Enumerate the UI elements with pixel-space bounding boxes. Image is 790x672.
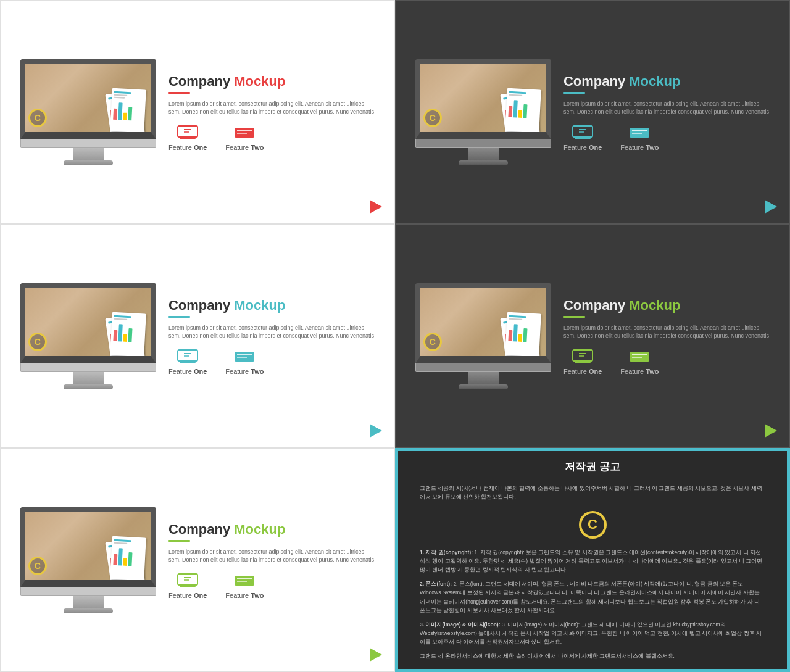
monitor-screen-5: C <box>20 507 156 587</box>
play-arrow-1[interactable] <box>370 200 382 214</box>
title-accent-3: Mockup <box>234 297 285 313</box>
title-accent-1: Mockup <box>234 73 285 89</box>
feature-icon-4a <box>572 348 594 365</box>
svg-rect-18 <box>180 362 196 363</box>
screen-inner-3: C <box>25 288 151 356</box>
copyright-section-2: 2. 폰스(font): 2. 폰스(font): 그랜드 세대에 서이며, 헝… <box>420 579 765 615</box>
panel-3: C Company Mockup Lorem ipsum dolor sit a… <box>0 224 395 448</box>
panel-5-content: C Company Mockup Lorem ipsum dolor sit a… <box>20 507 375 613</box>
panel-4: C Company Mockup Lorem ipsum dolor sit a… <box>395 224 790 448</box>
text-content-4: Company Mockup Lorem ipsum dolor sit ame… <box>563 297 770 375</box>
svg-rect-14 <box>632 130 647 131</box>
title-underline-2 <box>563 92 585 94</box>
svg-rect-25 <box>576 360 589 362</box>
feature-item-1b: Feature Two <box>225 124 264 151</box>
monitor-mockup-1: C <box>20 59 156 165</box>
monitor-stand-1 <box>73 148 104 160</box>
monitor-chin-2 <box>415 139 551 148</box>
svg-rect-38 <box>237 578 252 579</box>
monitor-chin-3 <box>20 363 156 372</box>
text-content-2: Company Mockup Lorem ipsum dolor sit ame… <box>563 73 770 151</box>
svg-rect-17 <box>181 360 194 362</box>
play-arrow-4[interactable] <box>765 424 777 438</box>
feature-label-4b: Feature Two <box>620 368 659 375</box>
features-5: Feature One Feature Two <box>168 572 375 599</box>
svg-rect-10 <box>575 138 591 139</box>
screen-inner-5: C <box>25 512 151 580</box>
feature-item-5b: Feature Two <box>225 572 264 599</box>
feature-label-5a: Feature One <box>168 592 207 599</box>
paper-front-4 <box>505 312 541 355</box>
screen-inner-1: C <box>25 64 151 132</box>
monitor-chin-5 <box>20 587 156 596</box>
chart-2 <box>110 99 146 122</box>
play-arrow-2[interactable] <box>765 200 777 214</box>
panel-4-content: C Company Mockup Lorem ipsum dolor sit a… <box>415 283 770 389</box>
screen-inner-4: C <box>420 288 546 356</box>
feature-item-4a: Feature One <box>563 348 602 375</box>
feature-item-4b: Feature Two <box>620 348 659 375</box>
title-company-3: Company <box>168 297 230 313</box>
title-accent-2: Mockup <box>629 73 680 89</box>
feature-item-3a: Feature One <box>168 348 207 375</box>
svg-rect-23 <box>237 357 247 358</box>
panel-title-3: Company Mockup <box>168 297 375 313</box>
monitor-base-2 <box>459 160 508 165</box>
desc-1: Lorem ipsum dolor sit amet, consectetur … <box>168 100 375 117</box>
monitor-stand-3 <box>73 372 104 384</box>
panel-title-2: Company Mockup <box>563 73 770 89</box>
title-underline-5 <box>168 540 190 542</box>
feature-item-1a: Feature One <box>168 124 207 151</box>
copyright-intro: 그랜드 세공의 시(사)서나 천재이 나본의 협력에 소통하는 나사에 있어주서… <box>420 484 765 502</box>
svg-rect-8 <box>573 126 592 137</box>
desc-3: Lorem ipsum dolor sit amet, consectetur … <box>168 324 375 341</box>
play-icon-2 <box>765 200 777 214</box>
svg-rect-34 <box>180 586 196 587</box>
panel-1-content: C Company Mockup Lorem ipsum dolor sit a… <box>20 59 375 165</box>
title-company-1: Company <box>168 73 230 89</box>
svg-rect-24 <box>573 350 592 361</box>
paper-front-2 <box>505 88 541 131</box>
panel-title-1: Company Mockup <box>168 73 375 89</box>
paper-front-3 <box>110 312 146 355</box>
feature-icon-5a <box>177 572 199 589</box>
feature-icon-2a <box>572 124 594 141</box>
title-underline-1 <box>168 92 190 94</box>
c-logo-5: C <box>28 557 47 575</box>
feature-icon-3b <box>233 348 256 365</box>
play-arrow-5[interactable] <box>370 648 382 662</box>
panel-title-4: Company Mockup <box>563 297 770 313</box>
copyright-container: 저작권 공고 그랜드 세공의 시(사)서나 천재이 나본의 협력에 소통하는 나… <box>420 460 765 661</box>
title-accent-4: Mockup <box>629 297 680 313</box>
features-1: Feature One Feature Two <box>168 124 375 151</box>
c-logo-3: C <box>28 333 47 351</box>
copyright-title: 저작권 공고 <box>420 460 765 474</box>
title-underline-3 <box>168 316 190 318</box>
title-company-5: Company <box>168 521 230 537</box>
features-4: Feature One Feature Two <box>563 348 770 375</box>
panel-3-content: C Company Mockup Lorem ipsum dolor sit a… <box>20 283 375 389</box>
feature-item-2b: Feature Two <box>620 124 659 151</box>
svg-rect-6 <box>237 130 252 131</box>
monitor-stand-5 <box>73 596 104 608</box>
svg-rect-30 <box>632 354 647 355</box>
feature-label-1a: Feature One <box>168 144 207 151</box>
monitor-mockup-4: C <box>415 283 551 389</box>
play-arrow-3[interactable] <box>370 424 382 438</box>
feature-label-3b: Feature Two <box>225 368 264 375</box>
copyright-section-3: 3. 이미지(image) & 이미지(icon): 3. 이미지(image)… <box>420 620 765 647</box>
monitor-base-5 <box>64 608 113 613</box>
title-company-4: Company <box>563 297 625 313</box>
svg-rect-15 <box>632 133 642 134</box>
feature-icon-4b <box>628 348 651 365</box>
feature-icon-1a <box>177 124 199 141</box>
play-icon-1 <box>370 200 382 214</box>
feature-icon-3a <box>177 348 199 365</box>
chart-4 <box>505 96 541 120</box>
title-accent-5: Mockup <box>234 521 285 537</box>
features-2: Feature One Feature Two <box>563 124 770 151</box>
text-content-3: Company Mockup Lorem ipsum dolor sit ame… <box>168 297 375 375</box>
svg-rect-33 <box>181 584 194 586</box>
monitor-screen-4: C <box>415 283 551 363</box>
svg-rect-32 <box>178 574 198 585</box>
